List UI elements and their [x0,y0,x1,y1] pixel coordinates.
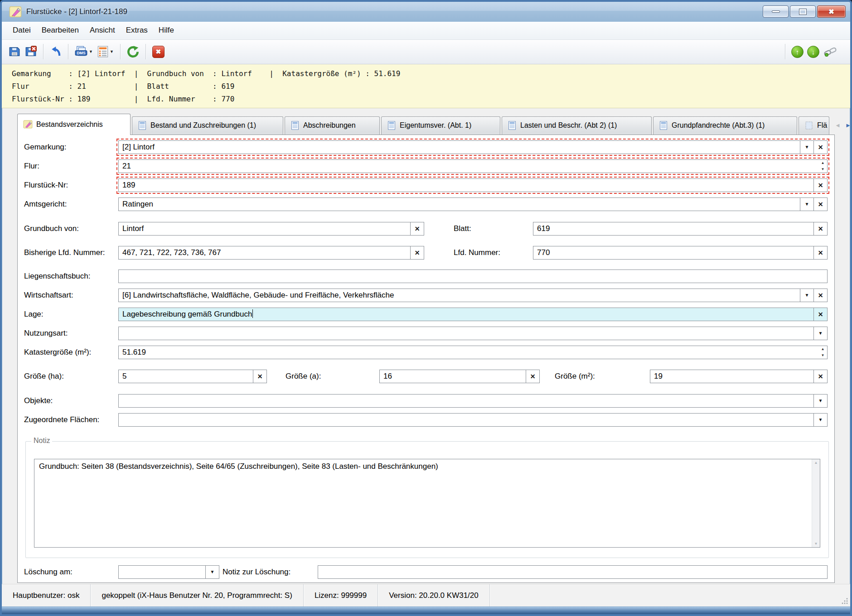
blatt-label: Blatt: [454,222,471,236]
arrow-up-icon: ↑ [796,48,799,56]
bestandsverzeichnis-panel: Gemarkung: ▼ ✕ Flur: ▲ ▼ Flurstück-Nr: ✕ [17,135,835,583]
lfd-nummer-input[interactable] [533,246,813,259]
tab-bar: Bestandsverzeichnis Bestand und Zuschrei… [2,108,850,135]
tab-abschreibungen[interactable]: Abschreibungen [285,116,380,135]
objekte-dropdown-button[interactable]: ▼ [813,395,827,407]
gemarkung-dropdown-button[interactable]: ▼ [800,141,813,154]
minimize-button[interactable] [763,5,789,18]
tab-bestand-zuschreibungen[interactable]: Bestand und Zuschreibungen (1) [132,116,283,135]
groesse-m2-clear-button[interactable]: ✕ [813,370,827,383]
toolbar-right-group: ↑ ↓ [781,43,846,60]
navigate-down-button[interactable]: ↓ [807,46,819,58]
groesse-ha-input[interactable] [119,370,253,383]
grundbuch-von-input[interactable] [119,222,410,235]
menu-hilfe[interactable]: Hilfe [153,23,179,38]
spin-up-icon[interactable]: ▲ [818,160,827,166]
flur-input[interactable] [119,160,818,173]
save-button[interactable] [6,43,23,60]
tab-lasten-beschr[interactable]: Lasten und Beschr. (Abt 2) (1) [502,116,652,135]
wirtschaftsart-input[interactable] [119,289,800,302]
close-button[interactable]: ✖ [817,5,846,18]
groesse-a-clear-button[interactable]: ✕ [526,370,539,383]
maximize-button[interactable] [790,5,816,18]
undo-button[interactable] [48,43,64,60]
gemarkung-label: Gemarkung: [24,140,67,154]
loeschung-am-combobox: ▼ [118,565,219,579]
flur-spinner[interactable]: ▲ ▼ [818,160,827,173]
close-record-button[interactable]: ✖ [150,43,167,60]
gemarkung-combobox: ▼ ✕ [118,140,828,154]
notiz-zur-loeschung-input[interactable] [318,566,827,578]
lage-label: Lage: [24,308,44,321]
bisherige-lfd-nummer-input[interactable] [119,246,410,259]
dms-button[interactable]: DMS ▼ [73,43,95,60]
notiz-zur-loeschung-field [318,565,828,579]
tab-bestandsverzeichnis[interactable]: Bestandsverzeichnis [17,114,131,135]
menu-ansicht[interactable]: Ansicht [84,23,121,38]
lage-value: Lagebeschreibung gemäß Grundbuch [122,310,252,318]
tab-scroll-right-button[interactable]: ► [843,122,852,129]
bisherige-lfd-nummer-clear-button[interactable]: ✕ [410,246,424,259]
liegenschaftsbuch-input[interactable] [119,270,827,283]
spin-down-icon[interactable]: ▼ [818,352,827,359]
lfd-nummer-field: ✕ [533,246,828,260]
spin-down-icon[interactable]: ▼ [818,166,827,173]
katastergroesse-spinner[interactable]: ▲ ▼ [818,346,827,359]
zugeordnete-flaechen-input[interactable] [119,414,813,426]
tab-eigentumsver[interactable]: Eigentumsver. (Abt. 1) [381,116,500,135]
resize-grip[interactable] [841,597,848,605]
flurstueck-nr-clear-button[interactable]: ✕ [813,179,827,192]
amtsgericht-clear-button[interactable]: ✕ [813,198,827,211]
katastergroesse-input[interactable] [119,346,818,359]
tab-flaechen-truncated[interactable]: Flä [799,116,829,135]
link-button[interactable] [821,43,839,60]
tab-grundpfandrechte[interactable]: Grundpfandrechte (Abt.3) (1) [653,116,797,135]
loeschung-am-dropdown-button[interactable]: ▼ [205,566,219,578]
title-bar: Flurstücke - [2] Lintorf-21-189 ✖ [2,2,850,22]
loeschung-am-input[interactable] [119,566,205,578]
notiz-textarea[interactable]: Grundbuch: Seiten 38 (Bestandsverzeichni… [34,459,812,547]
scroll-up-icon[interactable]: ▲ [814,459,818,466]
notiz-group-label: Notiz [31,437,52,445]
blatt-input[interactable] [533,222,813,235]
flurstueck-nr-input[interactable] [119,179,813,192]
groesse-m2-label: Größe (m²): [555,370,595,383]
page-icon [804,121,813,130]
amtsgericht-dropdown-button[interactable]: ▼ [800,198,813,211]
save-close-button[interactable] [23,43,39,60]
menu-extras[interactable]: Extras [121,23,153,38]
groesse-m2-input[interactable] [650,370,813,383]
summary-line-3: Flurstück-Nr : 189 | Lfd. Nummer : 770 [12,93,850,106]
notiz-scrollbar[interactable]: ▲ ▼ [812,459,820,547]
amtsgericht-input[interactable] [119,198,800,211]
groesse-a-input[interactable] [380,370,526,383]
nutzungsart-input[interactable] [119,327,813,340]
objekte-input[interactable] [119,395,813,407]
flur-spinbox: ▲ ▼ [118,159,828,173]
wirtschaftsart-label: Wirtschaftsart: [24,289,73,302]
gemarkung-clear-button[interactable]: ✕ [813,141,827,154]
refresh-button[interactable] [125,43,141,60]
scroll-down-icon[interactable]: ▼ [814,540,818,547]
menu-bearbeiten[interactable]: Bearbeiten [36,23,84,38]
list-button[interactable]: ▼ [95,43,116,60]
wirtschaftsart-dropdown-button[interactable]: ▼ [800,289,813,302]
lage-input[interactable]: Lagebeschreibung gemäß Grundbuch [119,308,813,321]
nutzungsart-dropdown-button[interactable]: ▼ [813,327,827,340]
bisherige-lfd-nummer-field: ✕ [118,246,424,260]
groesse-ha-clear-button[interactable]: ✕ [253,370,266,383]
refresh-icon [127,46,139,58]
tab-scroll-arrows: ◄ ► [833,116,852,135]
tab-scroll-left-button[interactable]: ◄ [833,122,843,129]
gemarkung-input[interactable] [119,141,800,154]
grundbuch-von-clear-button[interactable]: ✕ [410,222,424,235]
zugeordnete-flaechen-dropdown-button[interactable]: ▼ [813,414,827,426]
menu-datei[interactable]: Datei [7,23,36,38]
navigate-up-button[interactable]: ↑ [791,46,804,58]
wirtschaftsart-clear-button[interactable]: ✕ [813,289,827,302]
table-icon [508,121,517,130]
lage-clear-button[interactable]: ✕ [813,308,827,321]
spin-up-icon[interactable]: ▲ [818,346,827,352]
blatt-clear-button[interactable]: ✕ [813,222,827,235]
lfd-nummer-clear-button[interactable]: ✕ [813,246,827,259]
